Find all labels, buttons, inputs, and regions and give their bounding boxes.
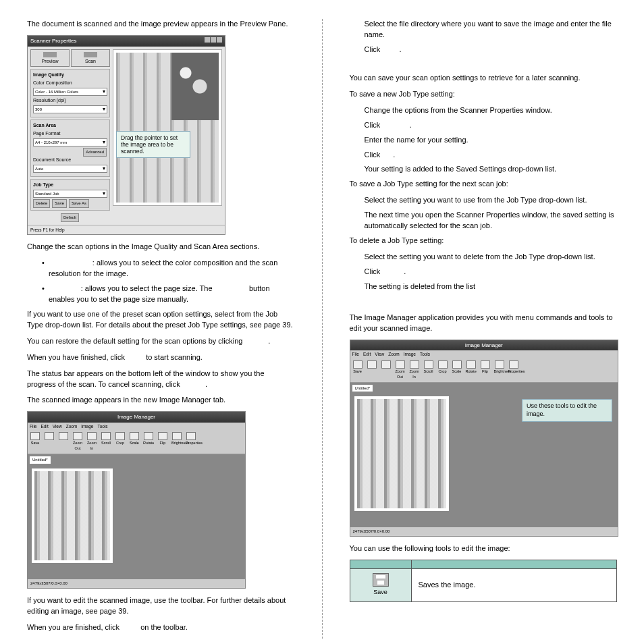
doc-source-select[interactable]: Auto: [33, 165, 107, 173]
advanced-button[interactable]: Advanced: [83, 148, 107, 157]
paragraph: The document is scanned and the image pr…: [27, 19, 295, 30]
paragraph: To delete a Job Type setting:: [350, 236, 618, 246]
preview-pane[interactable]: Drag the pointer to set the image area t…: [113, 49, 222, 206]
tab[interactable]: Untitled*: [29, 456, 51, 464]
paragraph: When you have finished, click Scan to st…: [27, 352, 295, 363]
delete-button[interactable]: Delete: [33, 199, 50, 208]
paragraph: The scanned image appears in the new Ima…: [27, 395, 295, 406]
scanner-properties-window: Scanner Properties Preview Scan Image Qu…: [27, 35, 225, 235]
scan-button[interactable]: Scan: [71, 49, 110, 67]
tab[interactable]: Untitled*: [352, 384, 374, 393]
right-column: Select the file directory where you want…: [350, 19, 618, 639]
image-manager-window: Image Manager FileEditViewZoomImageTools…: [27, 411, 246, 588]
canvas[interactable]: Use these tools to edit the image.: [350, 392, 618, 527]
paragraph: You can use the following tools to edit …: [350, 543, 618, 554]
menu-bar[interactable]: FileEditViewZoomImageTools: [350, 350, 618, 358]
menu-bar[interactable]: FileEditViewZoomImageTools: [28, 423, 245, 430]
paragraph: The status bar appears on the bottom lef…: [27, 369, 295, 390]
preview-button[interactable]: Preview: [30, 49, 70, 67]
save-icon: Save: [373, 573, 389, 597]
callout: Drag the pointer to set the image area t…: [116, 131, 190, 159]
save-desc: Saves the image.: [411, 569, 617, 602]
save-icon-cell: Save: [350, 569, 411, 602]
tools-table: Save Saves the image.: [350, 560, 618, 602]
paragraph: To save a new Job Type setting:: [350, 89, 618, 100]
save-button[interactable]: Save: [52, 199, 67, 208]
bullet: Image Quality: allows you to select the …: [42, 258, 295, 279]
toolbar[interactable]: Save Zoom Out Zoom In Scroll Crop Scale …: [28, 430, 245, 454]
job-type-select[interactable]: Standard Job: [33, 190, 107, 198]
paragraph: Change the scan options in the Image Qua…: [27, 242, 295, 252]
page-format-select[interactable]: A4 - 210x297 mm: [33, 138, 107, 146]
image-manager-window: Image Manager FileEditViewZoomImageTools…: [350, 340, 619, 537]
status-bar: Press F1 for Help: [28, 225, 225, 234]
paragraph: If you want to edit the scanned image, u…: [27, 595, 295, 617]
paragraph: The Image Manager application provides y…: [350, 313, 618, 334]
default-button[interactable]: Default: [61, 213, 79, 222]
paragraph: Select the file directory where you want…: [365, 19, 618, 41]
paragraph: When you are finished, click Save on the…: [27, 622, 295, 633]
window-titlebar: Scanner Properties: [28, 36, 225, 47]
paragraph: If you want to use one of the preset sca…: [27, 309, 295, 331]
toolbar[interactable]: Save Zoom Out Zoom In Scroll Crop Scale …: [350, 358, 618, 383]
left-column: The document is scanned and the image pr…: [27, 19, 295, 639]
resolution-select[interactable]: 300: [33, 105, 107, 113]
callout: Use these tools to edit the image.: [522, 399, 612, 421]
paragraph: You can save your scan option settings t…: [350, 73, 618, 84]
canvas[interactable]: [28, 464, 245, 579]
paragraph: Click Save.: [365, 45, 618, 55]
paragraph: You can restore the default setting for …: [27, 336, 295, 347]
saveas-button[interactable]: Save As: [69, 199, 89, 208]
bullet: Scan Area: allows you to select the page…: [42, 284, 295, 305]
color-composition-select[interactable]: Color - 16 Million Colors: [33, 88, 107, 96]
paragraph: To save a Job Type setting for the next …: [350, 179, 618, 190]
